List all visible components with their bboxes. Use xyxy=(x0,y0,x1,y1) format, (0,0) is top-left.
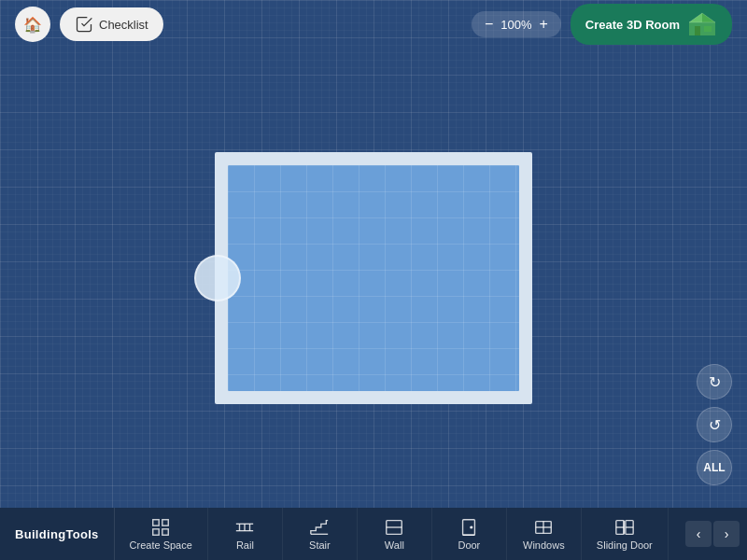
create-3d-label: Create 3D Room xyxy=(585,18,680,32)
toolbar-next-button[interactable]: › xyxy=(713,521,740,547)
toolbar-item-stair[interactable]: Stair xyxy=(283,508,358,560)
windows-icon xyxy=(533,517,554,538)
top-bar-left: 🏠 Checklist xyxy=(15,7,163,42)
checklist-label: Checklist xyxy=(99,18,148,32)
svg-rect-6 xyxy=(153,520,159,525)
zoom-in-button[interactable]: + xyxy=(538,17,550,32)
wall-icon xyxy=(384,517,404,538)
wall-label: Wall xyxy=(385,539,404,551)
svg-rect-17 xyxy=(463,520,475,536)
svg-rect-4 xyxy=(704,26,712,32)
door-icon xyxy=(458,517,479,538)
sliding-door-label: Sliding Door xyxy=(597,539,653,551)
room-container[interactable] xyxy=(215,152,532,404)
room-floor xyxy=(228,165,519,391)
create-3d-button[interactable]: Create 3D Room xyxy=(571,4,732,45)
top-bar: 🏠 Checklist − 100% + Create 3D Room xyxy=(0,0,747,49)
bottom-toolbar: BuildingTools Create Space Rail Stair xyxy=(0,508,747,560)
toolbar-nav: ‹ › xyxy=(678,521,747,547)
stair-label: Stair xyxy=(309,539,331,551)
toolbar-items: Create Space Rail Stair Wall xyxy=(115,508,678,560)
toolbar-prev-button[interactable]: ‹ xyxy=(685,521,712,547)
door-handle[interactable] xyxy=(194,255,241,301)
svg-rect-7 xyxy=(162,520,168,525)
toolbar-item-door[interactable]: Door xyxy=(432,508,507,560)
all-button[interactable]: ALL xyxy=(697,450,732,485)
redo-icon: ↻ xyxy=(709,373,721,391)
brand-label: BuildingTools xyxy=(0,508,115,560)
toolbar-item-rail[interactable]: Rail xyxy=(208,508,283,560)
home-button[interactable]: 🏠 xyxy=(15,7,50,42)
sliding-door-icon xyxy=(614,517,635,538)
zoom-control: − 100% + xyxy=(472,11,561,37)
all-icon: ALL xyxy=(703,461,725,474)
toolbar-item-sliding-door[interactable]: Sliding Door xyxy=(582,508,669,560)
rail-icon xyxy=(234,517,255,538)
stair-icon xyxy=(309,517,330,538)
undo-button[interactable]: ↺ xyxy=(697,407,732,442)
canvas-area[interactable] xyxy=(0,49,747,508)
create-space-icon xyxy=(150,517,171,538)
checklist-button[interactable]: Checklist xyxy=(60,7,163,41)
room-outer-wall xyxy=(215,152,532,404)
undo-icon: ↺ xyxy=(709,416,721,434)
toolbar-item-create-space[interactable]: Create Space xyxy=(115,508,208,560)
toolbar-item-wall[interactable]: Wall xyxy=(358,508,432,560)
door-label: Door xyxy=(458,539,480,551)
windows-label: Windows xyxy=(523,539,565,551)
zoom-level: 100% xyxy=(500,18,531,32)
rail-label: Rail xyxy=(236,539,254,551)
house-3d-icon xyxy=(687,11,717,37)
zoom-out-button[interactable]: − xyxy=(483,17,495,32)
redo-button[interactable]: ↻ xyxy=(697,364,732,399)
toolbar-item-windows[interactable]: Windows xyxy=(507,508,582,560)
create-space-label: Create Space xyxy=(130,539,192,551)
checklist-icon xyxy=(75,15,93,34)
svg-rect-3 xyxy=(695,26,700,35)
svg-point-19 xyxy=(471,526,472,528)
top-bar-right: − 100% + Create 3D Room xyxy=(472,4,732,45)
svg-rect-9 xyxy=(162,529,168,535)
right-tools-panel: ↻ ↺ ALL xyxy=(697,364,732,485)
svg-rect-8 xyxy=(153,529,159,535)
